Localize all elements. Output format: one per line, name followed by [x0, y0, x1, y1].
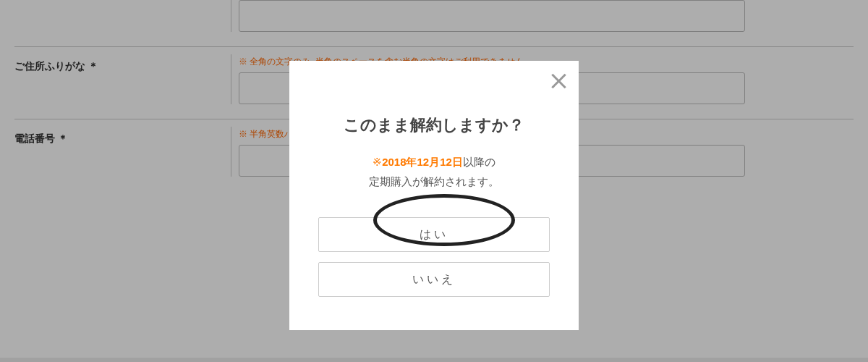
- modal-title: このまま解約しますか？: [307, 114, 561, 136]
- no-button[interactable]: いいえ: [318, 262, 550, 297]
- close-icon[interactable]: [548, 71, 569, 91]
- modal-subtext: ※2018年12月12日以降の 定期購入が解約されます。: [307, 152, 561, 191]
- modal-overlay: このまま解約しますか？ ※2018年12月12日以降の 定期購入が解約されます。…: [0, 0, 868, 362]
- modal-date: 2018年12月12日: [382, 156, 463, 168]
- modal-after: 以降の: [463, 156, 495, 168]
- cancel-confirm-modal: このまま解約しますか？ ※2018年12月12日以降の 定期購入が解約されます。…: [289, 61, 579, 330]
- yes-button[interactable]: はい: [318, 217, 550, 252]
- modal-line2: 定期購入が解約されます。: [369, 175, 499, 188]
- modal-mark: ※: [373, 156, 382, 168]
